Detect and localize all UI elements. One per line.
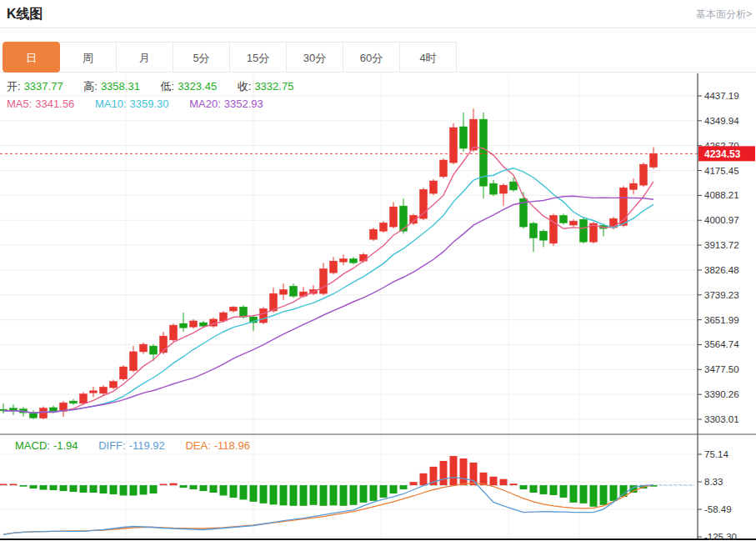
macd-bar xyxy=(200,485,208,491)
candle-body xyxy=(430,181,438,193)
macd-label: MACD: xyxy=(15,439,50,452)
current-price-tag-value: 4234.53 xyxy=(704,148,741,160)
ma5-label: MA5: xyxy=(7,98,32,110)
candle-body xyxy=(560,215,568,223)
candle-body xyxy=(550,215,558,243)
price-axis-label: 4088.21 xyxy=(704,190,739,200)
ohlc-readout: 开:3337.77 高:3358.31 低:3323.45 收:3332.75 xyxy=(7,79,297,94)
candle-body xyxy=(500,185,508,193)
macd-axis-label: -125.30 xyxy=(704,532,737,541)
candle-body xyxy=(200,323,208,326)
macd-bar xyxy=(210,485,218,493)
candle-body xyxy=(110,382,118,388)
price-axis-label: 4349.94 xyxy=(704,116,739,126)
macd-bar xyxy=(140,485,148,494)
dea-label: DEA: xyxy=(185,439,210,452)
macd-bar xyxy=(610,485,618,501)
macd-bar xyxy=(330,485,338,505)
candle-body xyxy=(460,127,468,148)
macd-bar xyxy=(320,485,328,506)
price-axis-label: 3913.72 xyxy=(704,240,739,250)
candle-body xyxy=(40,408,48,418)
diff-value: -119.92 xyxy=(129,439,165,452)
macd-bar xyxy=(290,485,298,506)
macd-bar xyxy=(280,485,288,505)
candle-body xyxy=(150,346,158,354)
macd-bar xyxy=(230,485,238,498)
macd-axis-label: -58.49 xyxy=(704,504,732,514)
macd-bar xyxy=(70,485,78,492)
macd-axis-label: 8.33 xyxy=(704,477,723,487)
macd-bar xyxy=(520,485,528,489)
macd-bar xyxy=(250,485,258,502)
macd-readout: MACD:-1.94 DIFF:-119.92 DEA:-118.96 xyxy=(15,439,253,452)
price-axis-label: 3739.23 xyxy=(704,290,739,300)
macd-bar xyxy=(90,485,98,493)
macd-bar xyxy=(60,485,68,491)
macd-bar xyxy=(240,485,248,499)
macd-bar xyxy=(510,483,518,485)
candle-body xyxy=(390,207,398,227)
candle-body xyxy=(230,307,238,311)
macd-bar xyxy=(540,485,548,494)
low-label: 低: xyxy=(161,80,175,93)
candle-body xyxy=(260,308,268,323)
macd-bar xyxy=(470,463,478,485)
macd-bar xyxy=(460,458,468,485)
macd-axis-label: 75.14 xyxy=(704,449,728,459)
candle-body xyxy=(490,183,498,194)
candle-body xyxy=(190,321,198,327)
macd-bar xyxy=(350,485,358,505)
price-axis-label: 3826.48 xyxy=(704,265,739,275)
price-axis-label: 3477.50 xyxy=(704,364,739,374)
macd-bar xyxy=(400,485,408,489)
candle-body xyxy=(90,391,98,393)
close-label: 收: xyxy=(238,80,252,93)
macd-bar xyxy=(150,485,158,493)
candle-body xyxy=(570,221,578,225)
ma20-label: MA20: xyxy=(189,98,221,110)
price-axis-label: 3303.01 xyxy=(704,414,739,424)
macd-bar xyxy=(100,485,108,493)
diff-label: DIFF: xyxy=(98,439,126,452)
candle-body xyxy=(240,307,248,317)
candle-body xyxy=(120,367,128,379)
macd-bar xyxy=(160,484,168,486)
macd-bar xyxy=(550,485,558,495)
macd-bar xyxy=(570,485,578,503)
candle-body xyxy=(50,408,58,412)
candle-body xyxy=(130,352,138,371)
ma10-line xyxy=(3,168,653,413)
macd-bar xyxy=(530,485,538,493)
ma5-line xyxy=(3,148,653,413)
open-label: 开: xyxy=(7,80,21,93)
candle-body xyxy=(280,289,288,294)
ma10-value: 3359.30 xyxy=(130,98,169,110)
candle-body xyxy=(370,229,378,239)
macd-bar xyxy=(590,485,598,507)
macd-bar xyxy=(120,485,128,495)
macd-bar xyxy=(600,485,608,505)
macd-bar xyxy=(310,485,318,505)
tab-day[interactable]: 日 xyxy=(3,42,60,73)
macd-bar xyxy=(0,484,8,486)
ma-readout: MA5:3341.56 MA10:3359.30 MA20:3352.93 xyxy=(7,98,267,110)
low-value: 3323.45 xyxy=(178,80,217,93)
price-axis-label: 3390.26 xyxy=(704,389,739,399)
macd-bar xyxy=(220,485,228,495)
macd-bar xyxy=(110,485,118,494)
candle-body xyxy=(650,153,658,167)
price-axis-label: 3651.99 xyxy=(704,315,739,325)
candle-body xyxy=(140,344,148,352)
macd-bar xyxy=(450,456,458,485)
candle-body xyxy=(530,223,538,238)
macd-bar xyxy=(130,485,138,495)
macd-bar xyxy=(20,485,28,487)
candle-body xyxy=(540,231,548,240)
macd-bar xyxy=(410,482,418,485)
candle-body xyxy=(450,128,458,163)
macd-value: -1.94 xyxy=(53,439,78,452)
macd-bar xyxy=(10,484,18,486)
dea-value: -118.96 xyxy=(214,439,250,452)
kline-app: K线图 基本面分析> 日 周 月 5分 15分 30分 60分 4时 4437.… xyxy=(0,0,756,541)
